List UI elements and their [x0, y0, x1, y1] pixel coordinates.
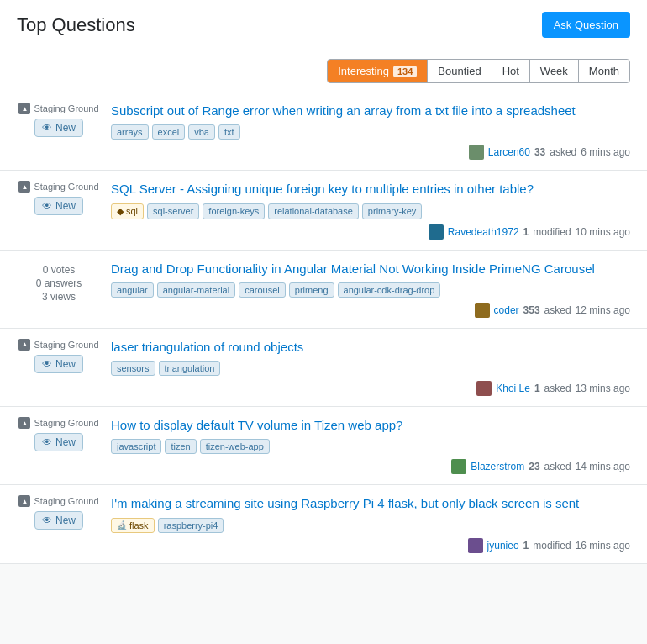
question-right: Drag and Drop Functionality in Angular M… — [111, 261, 630, 318]
tag[interactable]: angular — [111, 282, 154, 298]
avatar — [475, 303, 490, 318]
tag[interactable]: 🔬flask — [111, 518, 155, 533]
staging-ground-icon: ▲ — [18, 417, 30, 429]
question-right: I'm making a streaming site using Raspbe… — [111, 495, 630, 552]
filter-tab-label: Bountied — [438, 65, 481, 77]
new-badge: 👁 New — [34, 511, 83, 530]
time-ago: 16 mins ago — [576, 540, 630, 552]
question-title[interactable]: Drag and Drop Functionality in Angular M… — [111, 261, 630, 277]
staging-ground-label: Staging Ground — [34, 418, 98, 428]
question-title[interactable]: SQL Server - Assigning unique foreign ke… — [111, 181, 630, 198]
tag[interactable]: relational-database — [268, 203, 359, 219]
tag[interactable]: primeng — [289, 282, 334, 298]
tag-special-icon: ◆ — [117, 206, 124, 217]
tag[interactable]: sensors — [111, 361, 155, 376]
user-rep: 1 — [523, 540, 529, 552]
staging-ground-icon: ▲ — [18, 181, 30, 193]
user-rep: 1 — [523, 226, 529, 238]
staging-ground-badge: ▲ Staging Ground — [18, 495, 98, 507]
question-left: ▲ Staging Ground 👁 New — [17, 181, 101, 215]
action-text: modified — [533, 226, 571, 238]
tag[interactable]: sql-server — [147, 203, 199, 219]
time-ago: 6 mins ago — [581, 146, 630, 158]
tag[interactable]: angular-cdk-drag-drop — [338, 282, 441, 298]
staging-ground-badge: ▲ Staging Ground — [18, 417, 98, 429]
question-right: How to display default TV volume in Tize… — [111, 417, 630, 474]
filter-tab-bountied[interactable]: Bountied — [428, 60, 492, 82]
flask-icon: 🔬 — [117, 520, 127, 530]
filter-tab-week[interactable]: Week — [530, 60, 579, 82]
question-item: 0 votes 0 answers 3 views Drag and Drop … — [0, 251, 647, 329]
tag[interactable]: raspberry-pi4 — [158, 518, 224, 533]
eye-icon: 👁 — [42, 515, 52, 526]
action-text: asked — [550, 146, 576, 158]
new-badge: 👁 New — [34, 355, 83, 373]
tag[interactable]: javascript — [111, 439, 161, 454]
tag[interactable]: tizen-web-app — [200, 439, 270, 454]
new-badge: 👁 New — [34, 119, 83, 137]
questions-list: ▲ Staging Ground 👁 New Subscript out of … — [0, 92, 647, 564]
question-title[interactable]: I'm making a streaming site using Raspbe… — [111, 495, 630, 512]
time-ago: 14 mins ago — [576, 461, 630, 472]
user-link[interactable]: Blazerstrom — [471, 461, 524, 472]
tag[interactable]: vba — [188, 124, 215, 140]
avatar — [476, 381, 492, 396]
user-link[interactable]: jyunieo — [487, 540, 519, 552]
filter-tab-label: Week — [540, 65, 568, 77]
tag[interactable]: carousel — [239, 282, 286, 298]
action-text: modified — [533, 540, 571, 552]
time-ago: 12 mins ago — [576, 304, 630, 316]
filter-tabs: Interesting134BountiedHotWeekMonth — [327, 59, 630, 83]
tag[interactable]: angular-material — [157, 282, 235, 298]
new-label: New — [55, 200, 76, 212]
new-badge: 👁 New — [34, 433, 83, 451]
eye-icon: 👁 — [42, 358, 52, 370]
new-label: New — [55, 122, 76, 134]
user-link[interactable]: Larcen60 — [488, 146, 530, 158]
user-rep: 353 — [523, 304, 540, 316]
tag[interactable]: primary-key — [362, 203, 422, 219]
question-left: ▲ Staging Ground 👁 New — [17, 103, 101, 137]
avatar — [468, 538, 483, 553]
user-link[interactable]: coder — [494, 304, 519, 316]
staging-ground-badge: ▲ Staging Ground — [18, 181, 98, 193]
time-ago: 10 mins ago — [576, 226, 630, 238]
meta-row: Ravedeath1972 1 modified 10 mins ago — [111, 224, 630, 240]
tag[interactable]: excel — [152, 124, 186, 140]
question-left: ▲ Staging Ground 👁 New — [17, 339, 101, 373]
action-text: asked — [544, 461, 571, 472]
tag[interactable]: tizen — [165, 439, 196, 454]
eye-icon: 👁 — [42, 122, 52, 134]
question-right: laser triangulation of round objects sen… — [111, 339, 630, 396]
question-item: ▲ Staging Ground 👁 New Subscript out of … — [0, 92, 647, 171]
vote-stats: 0 votes 0 answers 3 views — [36, 264, 82, 303]
new-badge: 👁 New — [34, 197, 83, 215]
tag[interactable]: foreign-keys — [203, 203, 265, 219]
staging-ground-icon: ▲ — [18, 103, 30, 114]
question-left: 0 votes 0 answers 3 views — [17, 261, 101, 303]
user-rep: 23 — [529, 461, 539, 472]
filter-tab-interesting[interactable]: Interesting134 — [328, 60, 428, 82]
tags-row: arraysexcelvbatxt — [111, 124, 630, 140]
eye-icon: 👁 — [42, 436, 52, 448]
question-left: ▲ Staging Ground 👁 New — [17, 417, 101, 451]
tag[interactable]: ◆sql — [111, 203, 144, 219]
staging-ground-icon: ▲ — [18, 495, 30, 507]
avatar — [451, 459, 466, 474]
filter-tab-month[interactable]: Month — [579, 60, 629, 82]
tag[interactable]: triangulation — [159, 361, 221, 376]
question-title[interactable]: laser triangulation of round objects — [111, 339, 630, 356]
question-item: ▲ Staging Ground 👁 New SQL Server - Assi… — [0, 171, 647, 250]
question-title[interactable]: Subscript out of Range error when writin… — [111, 103, 630, 119]
page-title: Top Questions — [17, 14, 135, 36]
tag[interactable]: txt — [218, 124, 240, 140]
ask-question-button[interactable]: Ask Question — [542, 12, 630, 38]
question-title[interactable]: How to display default TV volume in Tize… — [111, 417, 630, 434]
user-link[interactable]: Ravedeath1972 — [448, 226, 519, 238]
tag[interactable]: arrays — [111, 124, 149, 140]
filter-tab-hot[interactable]: Hot — [492, 60, 530, 82]
action-text: asked — [544, 304, 571, 316]
meta-row: jyunieo 1 modified 16 mins ago — [111, 538, 630, 553]
avatar — [429, 224, 444, 240]
user-link[interactable]: Khoi Le — [496, 383, 530, 394]
